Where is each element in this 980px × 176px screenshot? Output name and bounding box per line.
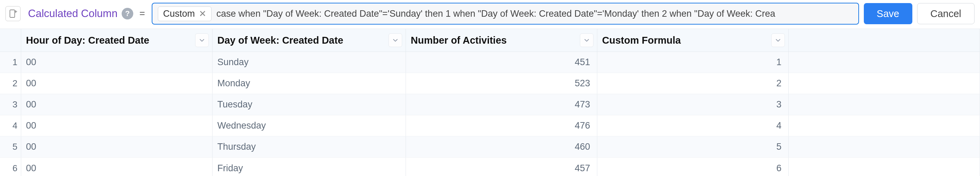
column-header-activities[interactable]: Number of Activities — [406, 29, 597, 51]
cell-day: Sunday — [213, 52, 406, 73]
cell-empty — [789, 73, 980, 94]
cell-empty — [789, 158, 980, 176]
formula-bar: Calculated Column ? = Custom ✕ Save Canc… — [0, 0, 980, 29]
formula-text-input[interactable] — [216, 8, 853, 19]
chevron-down-icon[interactable] — [195, 33, 209, 47]
title-text: Calculated Column — [28, 8, 118, 20]
data-table: Hour of Day: Created Date Day of Week: C… — [0, 29, 980, 176]
cell-hour: 00 — [21, 158, 213, 176]
cell-day: Friday — [213, 158, 406, 176]
formula-type-chip[interactable]: Custom ✕ — [158, 6, 212, 21]
cell-activities: 451 — [406, 52, 597, 73]
page-title: Calculated Column ? — [28, 8, 133, 20]
svg-rect-0 — [10, 10, 15, 17]
table-row: 300Tuesday4733 — [0, 94, 980, 115]
cell-activities: 473 — [406, 94, 597, 115]
table-row: 500Thursday4605 — [0, 136, 980, 158]
cancel-button[interactable]: Cancel — [917, 3, 975, 24]
column-header-day[interactable]: Day of Week: Created Date — [213, 29, 406, 51]
cell-empty — [789, 52, 980, 73]
chevron-down-icon[interactable] — [580, 33, 593, 47]
column-header-hour[interactable]: Hour of Day: Created Date — [21, 29, 213, 51]
cell-activities: 460 — [406, 136, 597, 157]
cell-activities: 476 — [406, 115, 597, 136]
row-number: 6 — [0, 158, 21, 176]
table-body: 100Sunday4511200Monday5232300Tuesday4733… — [0, 52, 980, 176]
table-row: 600Friday4576 — [0, 158, 980, 176]
cell-activities: 523 — [406, 73, 597, 94]
chip-label: Custom — [163, 8, 195, 19]
cell-day: Wednesday — [213, 115, 406, 136]
cell-hour: 00 — [21, 73, 213, 94]
column-header-formula[interactable]: Custom Formula — [597, 29, 789, 51]
cell-formula: 6 — [597, 158, 789, 176]
cell-hour: 00 — [21, 136, 213, 157]
row-number: 4 — [0, 115, 21, 136]
cell-empty — [789, 94, 980, 115]
row-number: 2 — [0, 73, 21, 94]
save-button[interactable]: Save — [864, 3, 912, 24]
table-row: 100Sunday4511 — [0, 52, 980, 73]
close-icon[interactable]: ✕ — [199, 8, 207, 19]
header-label: Day of Week: Created Date — [217, 35, 344, 46]
cell-formula: 3 — [597, 94, 789, 115]
header-label: Number of Activities — [411, 35, 507, 46]
cell-hour: 00 — [21, 94, 213, 115]
header-label: Custom Formula — [602, 35, 681, 46]
row-number: 5 — [0, 136, 21, 157]
cell-empty — [789, 115, 980, 136]
cell-activities: 457 — [406, 158, 597, 176]
table-row: 200Monday5232 — [0, 73, 980, 94]
cell-empty — [789, 136, 980, 157]
formula-input[interactable]: Custom ✕ — [152, 3, 859, 25]
add-column-icon[interactable] — [5, 6, 21, 21]
row-number: 1 — [0, 52, 21, 73]
cell-formula: 2 — [597, 73, 789, 94]
column-header-empty — [789, 29, 980, 51]
cell-day: Tuesday — [213, 94, 406, 115]
equals-sign: = — [139, 8, 145, 19]
table-header-row: Hour of Day: Created Date Day of Week: C… — [0, 29, 980, 52]
cell-formula: 5 — [597, 136, 789, 157]
chevron-down-icon[interactable] — [771, 33, 785, 47]
cell-day: Thursday — [213, 136, 406, 157]
help-icon[interactable]: ? — [122, 8, 133, 19]
cell-formula: 4 — [597, 115, 789, 136]
cell-hour: 00 — [21, 115, 213, 136]
cell-hour: 00 — [21, 52, 213, 73]
row-number: 3 — [0, 94, 21, 115]
row-number-header — [0, 29, 21, 51]
chevron-down-icon[interactable] — [388, 33, 402, 47]
table-row: 400Wednesday4764 — [0, 115, 980, 136]
header-label: Hour of Day: Created Date — [26, 35, 150, 46]
cell-day: Monday — [213, 73, 406, 94]
cell-formula: 1 — [597, 52, 789, 73]
